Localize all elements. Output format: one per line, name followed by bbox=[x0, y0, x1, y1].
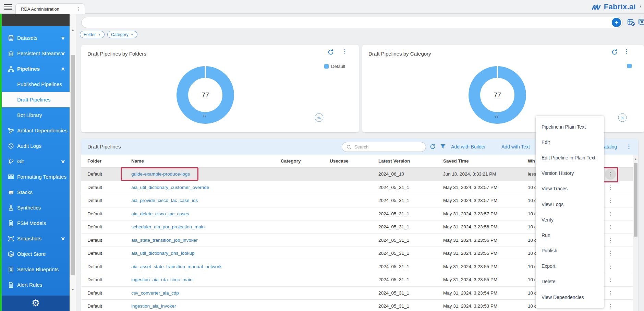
cell-saved-time: May 31, 2024, 3:23:57 PM bbox=[443, 198, 497, 203]
pipeline-name-link[interactable]: aia_provide_cisco_tac_case_ids bbox=[131, 198, 198, 203]
sidebar-item-alert-rules[interactable]: Alert Rules bbox=[2, 277, 70, 292]
browser-menu-icon[interactable]: ⋮ bbox=[638, 4, 643, 9]
percent-toggle[interactable]: % bbox=[315, 113, 324, 122]
sidebar-item-bot-library[interactable]: Bot Library bbox=[2, 107, 70, 123]
scheduled-reports-icon[interactable] bbox=[627, 19, 635, 28]
column-header-wh[interactable]: Wh bbox=[528, 158, 535, 164]
pipeline-name-link[interactable]: aia_asset_state_transition_manual_networ… bbox=[131, 264, 221, 269]
add-button[interactable]: + bbox=[612, 18, 621, 27]
menu-item-edit[interactable]: Edit bbox=[536, 134, 604, 150]
column-header-usecase[interactable]: Usecase bbox=[330, 158, 349, 164]
menu-item-edit-pipeline-in-plain-text[interactable]: Edit Pipeline in Plain Text bbox=[536, 150, 604, 165]
menu-item-version-history[interactable]: Version History bbox=[536, 166, 604, 181]
cell-folder: Default bbox=[87, 303, 102, 309]
chevron-down-icon: ∨ bbox=[61, 236, 65, 241]
row-kebab-icon[interactable]: ⋮ bbox=[605, 288, 616, 299]
pipeline-name-link[interactable]: scheduler_aia_por_projection_main bbox=[131, 224, 205, 229]
sidebar-item-fsm-models[interactable]: FSM Models bbox=[2, 215, 70, 231]
blueprint-icon bbox=[8, 266, 14, 273]
menu-item-publish[interactable]: Publish bbox=[536, 243, 604, 259]
refresh-icon[interactable] bbox=[429, 143, 436, 151]
sidebar-item-persistent-streams[interactable]: Persistent Streams∨ bbox=[2, 46, 70, 61]
filter-funnel-icon[interactable] bbox=[440, 144, 446, 151]
pipeline-name-link[interactable]: aia_delete_cisco_tac_cases bbox=[131, 211, 189, 216]
column-header-category[interactable]: Category bbox=[281, 158, 301, 164]
menu-item-view-logs[interactable]: View Logs bbox=[536, 196, 604, 212]
sidebar-scroll-thumb[interactable] bbox=[71, 55, 75, 275]
menu-item-export[interactable]: Export bbox=[536, 259, 604, 274]
percent-toggle[interactable]: % bbox=[618, 113, 627, 122]
global-search-input[interactable] bbox=[87, 19, 611, 27]
scroll-up-icon[interactable]: ▲ bbox=[70, 28, 76, 32]
row-kebab-icon[interactable]: ⋮ bbox=[605, 248, 616, 259]
sidebar-item-service-blueprints[interactable]: Service Blueprints bbox=[2, 262, 70, 277]
pipeline-name-link[interactable]: guide-example-produce-logs bbox=[131, 171, 190, 177]
catalog-button-partial[interactable]: atalog bbox=[604, 144, 617, 149]
sidebar-item-artifact-dependencies[interactable]: Artifact Dependencies bbox=[2, 123, 70, 138]
row-kebab-icon[interactable]: ⋮ bbox=[605, 235, 616, 246]
row-kebab-icon[interactable]: ⋮ bbox=[605, 195, 616, 206]
pipeline-name-link[interactable]: aia_state_transition_job_invoker bbox=[131, 238, 198, 243]
sidebar-item-snapshots[interactable]: Snapshots∨ bbox=[2, 231, 70, 246]
row-kebab-icon[interactable]: ⋮ bbox=[605, 169, 616, 180]
pipeline-name-link[interactable]: csv_converter_aia_cdp bbox=[131, 290, 179, 296]
tab-kebab-icon[interactable]: ⋮ bbox=[76, 7, 81, 11]
card-kebab-icon[interactable]: ⋮ bbox=[342, 48, 348, 55]
chevron-down-icon: ∨ bbox=[61, 35, 65, 40]
pipeline-name-link[interactable]: aia_util_dictionary_customer_override bbox=[131, 185, 209, 190]
add-with-builder-button[interactable]: Add with Builder bbox=[451, 144, 486, 149]
row-kebab-icon[interactable]: ⋮ bbox=[605, 301, 616, 311]
category-filter-chip[interactable]: Category ▼ bbox=[107, 31, 137, 38]
refresh-icon[interactable] bbox=[611, 49, 618, 57]
sidebar-item-pipelines[interactable]: Pipelines∧ bbox=[2, 61, 70, 76]
sidebar-item-draft-pipelines[interactable]: Draft Pipelines bbox=[2, 92, 70, 107]
legend[interactable] bbox=[627, 64, 634, 68]
scroll-down-icon[interactable]: ▼ bbox=[70, 288, 76, 291]
scroll-up-icon[interactable]: ▲ bbox=[633, 157, 638, 161]
sidebar-item-synthetics[interactable]: Synthetics bbox=[2, 200, 70, 215]
menu-item-delete[interactable]: Delete bbox=[536, 274, 604, 289]
pipeline-name-link[interactable]: aia_util_dictionary_dns_lookup bbox=[131, 251, 195, 256]
card-kebab-icon[interactable]: ⋮ bbox=[624, 48, 629, 55]
gear-icon[interactable]: ⚙ bbox=[32, 299, 40, 308]
menu-item-pipeline-in-plain-text[interactable]: Pipeline in Plain Text bbox=[536, 119, 604, 134]
column-header-folder[interactable]: Folder bbox=[87, 158, 101, 164]
sidebar-item-formatting-templates[interactable]: Formatting Templates bbox=[2, 169, 70, 184]
menu-item-run[interactable]: Run bbox=[536, 227, 604, 243]
gallery-icon[interactable] bbox=[638, 19, 644, 28]
pipeline-name-link[interactable]: ingestion_aia_rda_cimc_main bbox=[131, 277, 193, 282]
menu-item-view-traces[interactable]: View Traces bbox=[536, 181, 604, 196]
sidebar-item-published-pipelines[interactable]: Published Pipelines bbox=[2, 76, 70, 92]
table-kebab-icon[interactable]: ⋮ bbox=[626, 143, 632, 150]
folder-filter-chip[interactable]: Folder ▼ bbox=[80, 31, 105, 38]
refresh-icon[interactable] bbox=[327, 49, 334, 57]
cell-saved-time: May 31, 2024, 3:23:55 PM bbox=[443, 264, 497, 269]
row-kebab-icon[interactable]: ⋮ bbox=[605, 208, 616, 219]
table-search-input[interactable] bbox=[354, 143, 421, 151]
sidebar-item-datasets[interactable]: Datasets∨ bbox=[2, 30, 70, 46]
sidebar-item-object-store[interactable]: Object Store bbox=[2, 246, 70, 262]
row-kebab-icon[interactable]: ⋮ bbox=[605, 222, 616, 232]
sidebar-item-stacks[interactable]: Stacks bbox=[2, 184, 70, 200]
cell-folder: Default bbox=[87, 251, 102, 256]
hamburger-icon[interactable] bbox=[4, 4, 12, 10]
legend[interactable]: Default bbox=[324, 64, 345, 69]
row-kebab-icon[interactable]: ⋮ bbox=[605, 261, 616, 272]
sidebar-item-audit-logs[interactable]: Audit Logs bbox=[2, 138, 70, 154]
pipeline-name-link[interactable]: ingestion_aia_invoker bbox=[131, 303, 176, 309]
add-with-text-button[interactable]: Add with Text bbox=[501, 144, 530, 149]
row-kebab-icon[interactable]: ⋮ bbox=[605, 274, 616, 285]
browser-tab[interactable]: RDA Administration ⋮ bbox=[15, 3, 85, 14]
table-scroll-thumb[interactable] bbox=[634, 163, 637, 237]
column-header-saved-time[interactable]: Saved Time bbox=[443, 158, 469, 164]
table-scrollbar[interactable]: ▲ bbox=[633, 155, 638, 311]
sidebar: Datasets∨Persistent Streams∨Pipelines∧Pu… bbox=[2, 26, 70, 296]
menu-item-verify[interactable]: Verify bbox=[536, 212, 604, 227]
sidebar-scrollbar[interactable]: ▲ ▼ bbox=[70, 14, 76, 311]
column-header-latest-version[interactable]: Latest Version bbox=[378, 158, 410, 164]
cell-folder: Default bbox=[87, 224, 102, 229]
menu-item-view-dependencies[interactable]: View Dependencies bbox=[536, 289, 604, 305]
sidebar-item-git[interactable]: Git∨ bbox=[2, 154, 70, 169]
row-kebab-icon[interactable]: ⋮ bbox=[605, 182, 616, 193]
column-header-name[interactable]: Name bbox=[131, 158, 144, 164]
